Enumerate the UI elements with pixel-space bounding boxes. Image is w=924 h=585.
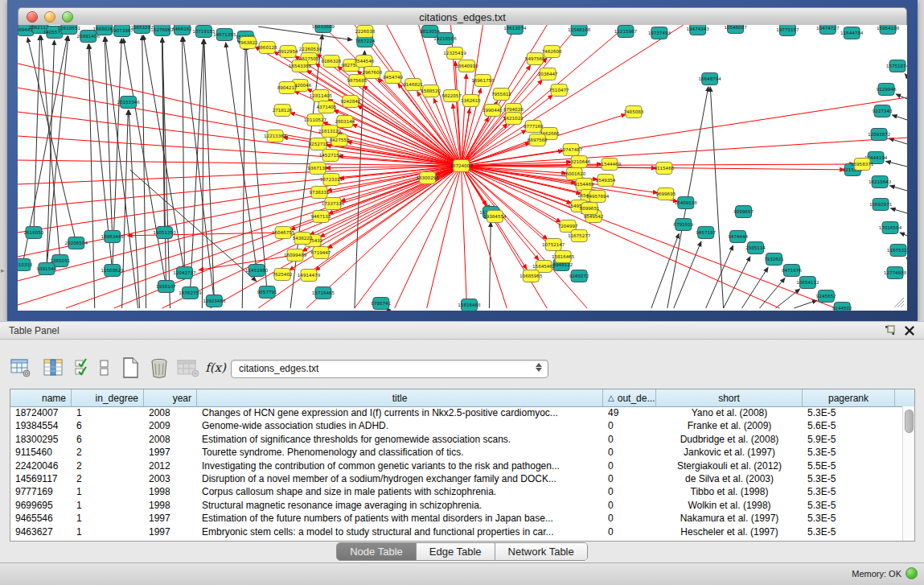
row-check-icon[interactable] <box>72 356 95 379</box>
network-node-16648794[interactable]: 16648794 <box>698 73 721 85</box>
network-node-6719447[interactable]: 6719447 <box>311 247 331 259</box>
network-node-19474343[interactable]: 19474343 <box>687 25 710 35</box>
network-node-7485083[interactable]: 7485083 <box>624 106 644 118</box>
column-header-in_degree[interactable]: in_degree <box>72 389 144 406</box>
network-node-2935114[interactable]: 2935114 <box>745 242 766 254</box>
network-node-16543382[interactable]: 16543382 <box>289 60 311 72</box>
network-node-9474444[interactable]: 9474444 <box>728 231 748 243</box>
network-node-9738331[interactable]: 9738331 <box>310 187 330 199</box>
network-node-17016504[interactable]: 17016504 <box>879 222 902 234</box>
network-node-8795741[interactable]: 8795741 <box>371 298 391 310</box>
column-header-year[interactable]: year <box>144 389 197 406</box>
tab-node-table[interactable]: Node Table <box>337 543 417 560</box>
network-node-1362615[interactable]: 1362615 <box>461 95 481 107</box>
network-node-15816488[interactable]: 15816488 <box>458 299 481 311</box>
network-node-8912954[interactable]: 8912954 <box>278 46 298 58</box>
network-node-16046755[interactable]: 16046755 <box>272 227 295 239</box>
table-selector-dropdown[interactable]: citations_edges.txt <box>231 360 548 378</box>
network-node-8099651[interactable]: 8099651 <box>580 203 600 215</box>
network-node-18723311[interactable]: 18723311 <box>320 174 343 186</box>
rows-icon[interactable] <box>97 356 113 379</box>
network-node-9154469[interactable]: 9154469 <box>574 179 594 191</box>
network-node-15954108[interactable]: 15954108 <box>877 25 900 35</box>
network-node-21813129[interactable]: 21813129 <box>318 126 342 138</box>
network-node-13210646[interactable]: 13210646 <box>568 156 591 168</box>
network-node-10752147[interactable]: 10752147 <box>542 239 565 251</box>
network-node-9244502[interactable]: 9244502 <box>832 303 852 311</box>
network-node-12923488[interactable]: 12923488 <box>203 295 226 307</box>
table-row[interactable]: 1938455462009Genome-wide association stu… <box>10 419 903 432</box>
network-node-10110527[interactable]: 10110527 <box>304 114 327 126</box>
network-node-8099657[interactable]: 8099657 <box>733 206 754 218</box>
network-node-15751074[interactable]: 15751074 <box>886 60 907 72</box>
network-node-9245072[interactable]: 9245072 <box>569 270 589 282</box>
network-node-19051350[interactable]: 19051350 <box>153 227 176 239</box>
network-node-10685965[interactable]: 10685965 <box>519 270 543 282</box>
network-node-9129946[interactable]: 9129946 <box>877 84 897 96</box>
network-node-19775157[interactable]: 19775157 <box>776 25 799 36</box>
table-row[interactable]: 977716911998Corpus callosum shape and si… <box>10 485 903 498</box>
tab-network-table[interactable]: Network Table <box>495 543 587 560</box>
network-node-1621022[interactable]: 1621022 <box>503 113 524 125</box>
network-node-7625402[interactable]: 7625402 <box>273 269 293 281</box>
network-node-9391544[interactable]: 9391544 <box>36 263 56 275</box>
network-node-12811405[interactable]: 12811405 <box>310 90 333 102</box>
network-node-15958371[interactable]: 15958371 <box>851 159 874 171</box>
network-node-20206504[interactable]: 20206504 <box>65 237 88 249</box>
network-node-18724007[interactable]: 18724007 <box>450 160 473 172</box>
minimize-button[interactable] <box>44 11 55 23</box>
network-node-1958107[interactable]: 1958107 <box>156 281 176 293</box>
network-node-12610651[interactable]: 12610651 <box>58 25 81 35</box>
column-header-name[interactable]: name <box>10 389 72 406</box>
network-node-7544546[interactable]: 7544546 <box>354 56 374 68</box>
network-node-7955812[interactable]: 7955812 <box>491 89 511 101</box>
column-header-short[interactable]: short <box>656 389 803 406</box>
network-node-4371405[interactable]: 4371405 <box>317 101 337 113</box>
network-node-11675277[interactable]: 11675277 <box>568 230 591 242</box>
network-node-19737493[interactable]: 19737493 <box>648 27 671 39</box>
network-node-9245652[interactable]: 9245652 <box>816 290 836 303</box>
delete-icon[interactable] <box>148 356 170 379</box>
table-row[interactable]: 911546021997Tourette syndrome. Phenomeno… <box>10 446 903 459</box>
network-node-9467133[interactable]: 9467133 <box>311 211 331 223</box>
network-node-9242848[interactable]: 9242848 <box>340 96 360 108</box>
network-node-7963822[interactable]: 7963822 <box>238 37 258 49</box>
table-row[interactable]: 1872400712008Changes of HCN gene express… <box>10 406 903 419</box>
zoom-button[interactable] <box>62 11 73 23</box>
network-node-16210643[interactable]: 16210643 <box>869 176 892 188</box>
network-node-2803144[interactable]: 2803144 <box>335 116 355 128</box>
table-row[interactable]: 946362711997Embryonic stem cells: a mode… <box>10 525 903 538</box>
network-node-12774938[interactable]: 12774938 <box>884 267 907 279</box>
network-node-6791919[interactable]: 6791919 <box>673 219 693 231</box>
network-node-16033809[interactable]: 16033809 <box>312 25 335 33</box>
network-node-8454749[interactable]: 8454749 <box>383 72 403 84</box>
network-node-14671355[interactable]: 14671355 <box>213 29 236 41</box>
table-row[interactable]: 969969511998Structural magnetic resonanc… <box>10 499 903 512</box>
network-node-8471676[interactable]: 8471676 <box>782 265 802 277</box>
network-node-11544469[interactable]: 11544469 <box>598 159 622 171</box>
network-node-17337333[interactable]: 17337333 <box>322 198 345 210</box>
network-node-15816465[interactable]: 15816465 <box>552 251 575 263</box>
network-node-20153346[interactable]: 20153346 <box>117 97 140 109</box>
network-node-1990445[interactable]: 1990445 <box>483 105 503 117</box>
network-node-18983448[interactable]: 18983448 <box>101 231 124 243</box>
network-node-9227343[interactable]: 9227343 <box>873 105 893 117</box>
float-panel-icon[interactable] <box>885 324 895 339</box>
network-node-15276062[interactable]: 15276062 <box>150 25 173 36</box>
new-file-icon[interactable] <box>119 356 142 379</box>
network-node-19384554[interactable]: 19384554 <box>483 211 507 223</box>
close-button[interactable] <box>27 11 38 23</box>
network-node-2226038[interactable]: 2226038 <box>355 26 375 38</box>
network-node-12093872[interactable]: 12093872 <box>868 129 890 141</box>
network-node-2616050[interactable]: 2616050 <box>24 227 44 239</box>
network-node-10548087[interactable]: 10548087 <box>724 25 747 34</box>
network-node-11644754[interactable]: 11644754 <box>840 27 864 39</box>
table-row[interactable]: 2242004622012Investigating the contribut… <box>10 459 903 472</box>
network-node-9857791[interactable]: 9857791 <box>257 286 277 299</box>
column-header-pagerank[interactable]: pagerank <box>803 389 895 406</box>
network-node-9875685[interactable]: 9875685 <box>347 75 367 87</box>
panel-collapse-arrow[interactable]: ▸ <box>1 266 5 274</box>
network-node-10747487[interactable]: 10747487 <box>560 144 583 156</box>
memory-ok-indicator[interactable] <box>906 567 918 579</box>
network-node-9252715[interactable]: 9252715 <box>309 138 329 150</box>
